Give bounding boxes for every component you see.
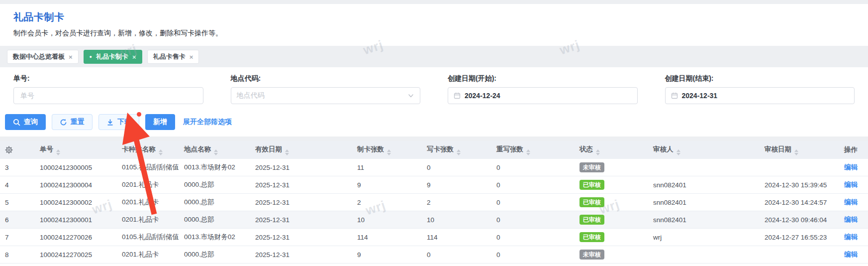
create-date-end-input[interactable]: 2024-12-31 [665,87,855,104]
cell-status: 未审核 [575,246,648,264]
status-badge: 已审核 [579,215,604,225]
close-icon[interactable]: × [190,54,193,60]
cell-location: 0000.总部 [179,194,250,211]
cell-written_count [422,264,491,266]
cell-order_no: 10002412270026 [35,229,117,246]
page-subtitle: 制作会员卡，对会员卡进行查询，新增，修改，删除和写卡操作等。 [13,28,855,38]
add-button[interactable]: 新增 [145,114,175,130]
sort-icon[interactable] [676,149,680,155]
cell-written_count: 0 [422,246,491,264]
col-made_count[interactable]: 制卡张数 [352,141,422,159]
table-header-row: 单号卡种类名称地点名称有效日期制卡张数写卡张数重写张数状态审核人审核日期操作 [0,141,868,159]
sort-icon[interactable] [387,149,391,155]
close-icon[interactable]: × [69,54,73,60]
cell-rewrite_count: 0 [491,211,575,229]
filter-order-no: 单号: [13,74,203,104]
sort-icon[interactable] [56,149,60,155]
sort-icon[interactable] [794,149,798,155]
cell-status: 已审核 [575,194,648,211]
cell-made_count: 114 [352,229,422,246]
cell-written_count: 9 [422,176,491,194]
order-no-input-field[interactable] [19,91,197,100]
status-badge: 未审核 [579,162,604,172]
cell-location [179,264,250,266]
status-badge: 已审核 [579,232,604,242]
col-rewrite_count[interactable]: 重写张数 [491,141,575,159]
cell-valid_date: 2025-12-31 [250,159,352,176]
col-card_type[interactable]: 卡种类名称 [117,141,179,159]
expand-filters-link[interactable]: 展开全部筛选项 [183,118,232,127]
create-date-start-input[interactable]: 2024-12-24 [448,87,638,104]
cell-card_type: 0105.礼品刮刮储值卡 [117,229,179,246]
edit-link[interactable]: 编辑 [844,163,858,171]
search-icon [13,119,20,126]
search-button[interactable]: 查询 [5,114,46,130]
cell-card_type: 0201.礼品卡 [117,211,179,229]
filter-location-code: 地点代码: 地点代码 [231,74,421,104]
cell-location: 0013.市场财务02 [179,159,250,176]
status-badge: 已审核 [579,197,604,207]
close-icon[interactable]: × [132,54,136,60]
cell-index: 5 [0,194,35,211]
filter-label: 地点代码: [231,74,421,83]
sort-icon[interactable] [285,149,289,155]
col-valid_date[interactable]: 有效日期 [250,141,352,159]
cell-written_count: 2 [422,194,491,211]
col-audit_date[interactable]: 审核日期 [760,141,839,159]
tab-1[interactable]: ● 数据中心总览看板 × [7,50,79,64]
table-row: 6100024123000010201.礼品卡0000.总部2025-12-31… [0,211,868,229]
cell-index: 7 [0,229,35,246]
edit-link[interactable]: 编辑 [844,233,858,241]
col-location[interactable]: 地点名称 [179,141,250,159]
cell-audit_date [760,264,839,266]
tab-2[interactable]: ● 礼品卡制卡 × [84,50,142,64]
location-code-select[interactable]: 地点代码 [231,87,421,104]
filter-label: 创建日期(结束): [665,74,855,83]
orders-table: 单号卡种类名称地点名称有效日期制卡张数写卡张数重写张数状态审核人审核日期操作 3… [0,141,868,266]
calendar-icon [454,92,461,99]
edit-link[interactable]: 编辑 [844,251,858,258]
order-no-input[interactable] [13,87,203,104]
cell-status: 已审核 [575,229,648,246]
cell-order_no: 10002412300004 [35,176,117,194]
col-order_no[interactable]: 单号 [35,141,117,159]
tab-bar: ● 数据中心总览看板 × ● 礼品卡制卡 × ● 礼品卡售卡 × [0,46,868,67]
cell-index: 8 [0,246,35,264]
cell-status: 已审核 [575,176,648,194]
cell-location: 0000.总部 [179,176,250,194]
sort-icon[interactable] [457,149,461,155]
col-action: 操作 [839,141,868,159]
cell-auditor: snn082401 [648,211,760,229]
download-button[interactable]: 下载 [98,114,139,130]
chevron-down-icon [407,92,414,99]
table-row: 已审核 [0,264,868,266]
sort-icon[interactable] [596,149,600,155]
cell-made_count: 2 [352,194,422,211]
edit-link[interactable]: 编辑 [844,198,858,206]
cell-card_type [117,264,179,266]
cell-rewrite_count: 0 [491,229,575,246]
cell-index: 6 [0,211,35,229]
table-row: 5100024123000020201.礼品卡0000.总部2025-12-31… [0,194,868,211]
cell-made_count: 10 [352,211,422,229]
col-status[interactable]: 状态 [575,141,648,159]
cell-audit_date: 2024-12-30 09:46:04 [760,211,839,229]
col-written_count[interactable]: 写卡张数 [422,141,491,159]
sort-icon[interactable] [214,149,218,155]
cell-card_type: 0105.礼品刮刮储值卡 [117,159,179,176]
sort-icon[interactable] [526,149,530,155]
cell-status: 未审核 [575,159,648,176]
edit-link[interactable]: 编辑 [844,181,858,188]
filter-create-date-start: 创建日期(开始): 2024-12-24 [448,74,638,104]
cell-location: 0013.市场财务02 [179,229,250,246]
sort-icon[interactable] [159,149,163,155]
col-auditor[interactable]: 审核人 [648,141,760,159]
edit-link[interactable]: 编辑 [844,216,858,223]
reset-button[interactable]: 重置 [52,114,93,130]
cell-rewrite_count: 0 [491,176,575,194]
column-settings-button[interactable] [0,141,35,159]
cell-location: 0000.总部 [179,211,250,229]
cell-valid_date: 2025-12-31 [250,246,352,264]
tab-3[interactable]: ● 礼品卡售卡 × [147,50,199,64]
cell-valid_date: 2025-12-31 [250,176,352,194]
